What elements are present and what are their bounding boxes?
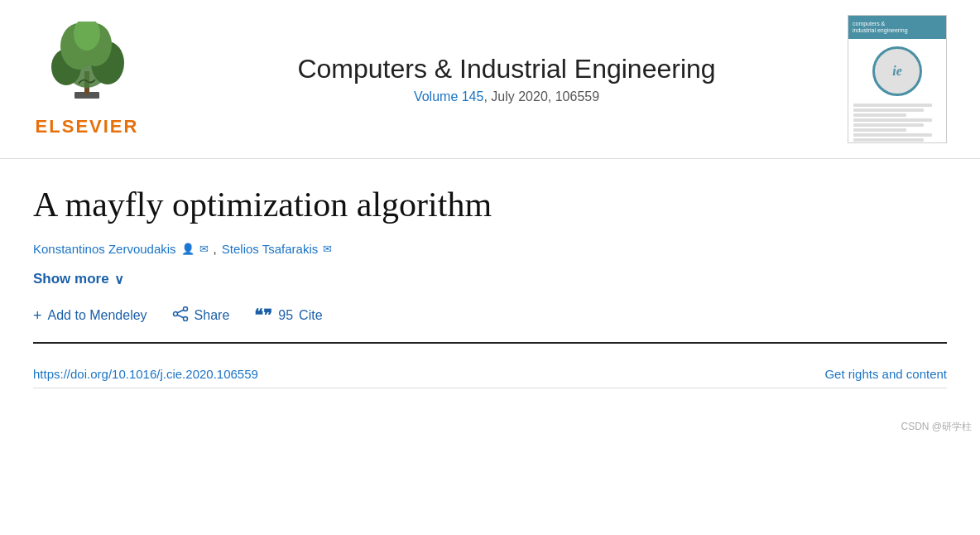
cover-line-1	[853, 104, 932, 107]
elsevier-logo: ELSEVIER	[33, 22, 141, 137]
watermark-text: CSDN @研学柱	[901, 421, 972, 432]
cover-line-6	[853, 128, 906, 132]
doi-link[interactable]: https://doi.org/10.1016/j.cie.2020.10655…	[33, 367, 258, 381]
author-zervoudakis[interactable]: Konstantinos Zervoudakis	[33, 242, 176, 256]
cite-quote-icon: ❝❞	[254, 306, 272, 325]
cover-line-7	[853, 133, 932, 137]
author-tsafarakis[interactable]: Stelios Tsafarakis	[222, 242, 318, 256]
add-to-mendeley-button[interactable]: + Add to Mendeley	[33, 307, 147, 325]
journal-cover[interactable]: computers &industrial engineering ie	[848, 15, 947, 143]
elsevier-brand-text: ELSEVIER	[36, 116, 139, 137]
cover-ie-text: ie	[892, 64, 902, 79]
article-title: A mayfly optimization algorithm	[33, 184, 947, 225]
cover-line-4	[853, 118, 932, 122]
svg-line-11	[177, 310, 184, 313]
author-email-icon-2[interactable]: ✉	[323, 243, 332, 255]
volume-link[interactable]: Volume 145	[414, 89, 484, 104]
journal-volume: Volume 145, July 2020, 106559	[166, 89, 848, 104]
author-email-icon-1[interactable]: ✉	[199, 243, 209, 255]
authors-row: Konstantinos Zervoudakis 👤 ✉ , Stelios T…	[33, 242, 947, 256]
show-more-label: Show more	[33, 271, 109, 287]
svg-point-10	[173, 311, 177, 316]
watermark: CSDN @研学柱	[0, 413, 980, 441]
get-rights-link[interactable]: Get rights and content	[824, 367, 947, 381]
plus-icon: +	[33, 307, 42, 325]
journal-title: Computers & Industrial Engineering	[166, 54, 848, 84]
cover-line-2	[853, 108, 924, 112]
content-divider	[33, 342, 947, 344]
cover-title-text: computers &industrial engineering	[853, 21, 908, 35]
journal-info: Computers & Industrial Engineering Volum…	[166, 54, 848, 104]
mendeley-label: Add to Mendeley	[48, 308, 147, 323]
cite-button[interactable]: ❝❞ 95 Cite	[254, 306, 322, 325]
chevron-down-icon: ∨	[114, 272, 124, 287]
cover-line-5	[853, 123, 924, 127]
footer-row: https://doi.org/10.1016/j.cie.2020.10655…	[33, 357, 947, 388]
elsevier-tree-icon	[33, 22, 141, 113]
share-button[interactable]: Share	[172, 306, 230, 325]
svg-point-8	[183, 306, 187, 311]
share-icon	[172, 306, 189, 325]
cite-label: Cite	[299, 308, 322, 323]
cover-line-8	[853, 138, 924, 142]
share-label: Share	[195, 308, 230, 323]
svg-line-12	[177, 315, 184, 318]
show-more-button[interactable]: Show more ∨	[33, 271, 124, 287]
main-content: A mayfly optimization algorithm Konstant…	[0, 159, 980, 413]
actions-row: + Add to Mendeley Share ❝❞ 95 Cite	[33, 306, 947, 325]
cover-line-3	[853, 113, 906, 117]
author-profile-icon-1[interactable]: 👤	[181, 243, 195, 255]
cite-count: 95	[278, 308, 293, 323]
volume-date: , July 2020, 106559	[483, 89, 599, 104]
journal-header: ELSEVIER Computers & Industrial Engineer…	[0, 0, 980, 159]
svg-point-9	[183, 316, 187, 321]
